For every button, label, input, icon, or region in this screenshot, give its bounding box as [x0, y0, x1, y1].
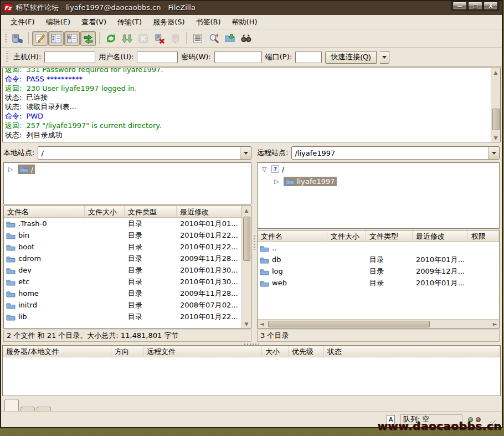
column-header[interactable]: 最近修改 [413, 230, 468, 242]
expand-icon[interactable]: ▷ [274, 178, 281, 185]
minimize-button[interactable]: — [452, 2, 467, 10]
scroll-down-icon[interactable]: ▼ [243, 320, 251, 328]
quickconnect-grip[interactable] [6, 52, 8, 63]
remote-tree-root-node[interactable]: ▽ ? / [258, 163, 499, 175]
host-input[interactable] [44, 51, 95, 63]
file-row[interactable]: boot 目录 2010年01月22... [4, 241, 241, 253]
menu-item[interactable]: 服务器(S) [148, 16, 189, 29]
file-row[interactable]: db 目录 2010年01月... [258, 254, 499, 265]
process-queue-button[interactable] [119, 31, 135, 46]
directory-listing-filter-button[interactable] [222, 31, 238, 46]
remote-list-hscrollbar[interactable]: ◄ ► [258, 319, 499, 328]
remote-path-combobox[interactable]: /liyafe1997 [291, 146, 500, 160]
combo-arrow-button[interactable] [488, 147, 499, 159]
site-manager-button[interactable] [9, 31, 25, 46]
local-list-scrollbar[interactable]: ▲ ▼ [241, 206, 251, 328]
file-row[interactable]: log 目录 2009年12月... [258, 265, 499, 277]
toolbar-grip[interactable] [5, 33, 7, 44]
queue-toggle-button[interactable] [80, 31, 96, 46]
port-input[interactable] [295, 51, 322, 63]
file-row[interactable]: .Trash-0 目录 2010年01月01... [4, 218, 241, 229]
queue-body[interactable] [3, 357, 500, 396]
title-bar[interactable]: Fz 稻草软件论坛 - liyafe1997@daocaobbs.cn - Fi… [1, 1, 502, 15]
menu-item[interactable]: 文件(F) [6, 16, 40, 29]
remote-tree-toggle-button[interactable] [64, 31, 80, 46]
expand-icon[interactable]: ▷ [8, 166, 15, 173]
queue-tab[interactable] [37, 407, 51, 411]
chevron-down-icon [492, 152, 496, 155]
scroll-left-icon[interactable]: ◄ [258, 320, 266, 328]
scroll-up-icon[interactable]: ▲ [492, 68, 500, 76]
filezilla-window: Fz 稻草软件论坛 - liyafe1997@daocaobbs.cn - Fi… [0, 0, 503, 428]
column-header[interactable]: 文件类型 [125, 206, 177, 217]
local-tree-root-node[interactable]: ▷ / [4, 163, 251, 175]
file-row[interactable]: etc 目录 2010年01月30... [4, 276, 241, 288]
column-header[interactable]: 文件大小 [85, 206, 125, 217]
scroll-thumb[interactable] [492, 109, 500, 130]
reconnect-button[interactable] [167, 31, 183, 46]
message-log-toggle-button[interactable] [32, 31, 48, 46]
column-header[interactable]: 优先级 [289, 346, 324, 357]
close-button[interactable]: X [484, 2, 498, 10]
remote-tree[interactable]: ▽ ? / ▷ liyafe1997 [257, 162, 500, 229]
file-row[interactable]: bin 目录 2010年01月22... [4, 229, 241, 241]
menu-item[interactable]: 帮助(H) [227, 16, 263, 29]
collapse-icon[interactable]: ▽ [262, 166, 269, 173]
column-header[interactable]: 文件大小 [327, 230, 366, 242]
local-tree-toggle-button[interactable] [48, 31, 64, 46]
log-scrollbar[interactable]: ▲ ▼ [491, 68, 500, 142]
quickconnect-dropdown-button[interactable] [380, 51, 389, 64]
column-header[interactable]: 状态 [324, 346, 500, 357]
file-row[interactable]: cdrom 目录 2009年11月28... [4, 253, 241, 264]
menu-item[interactable]: 传输(T) [112, 16, 147, 29]
quickconnect-button[interactable]: 快速连接(Q) [325, 51, 377, 64]
file-row[interactable]: lib 目录 2010年01月22... [4, 311, 241, 322]
scroll-down-icon[interactable]: ▼ [492, 134, 500, 142]
remote-list-rows[interactable]: .. db 目录 2010年01月... [258, 242, 499, 319]
file-search-button[interactable] [238, 31, 254, 46]
column-header[interactable]: 权限 [468, 230, 499, 242]
queue-tab[interactable] [20, 407, 35, 411]
password-input[interactable] [214, 51, 262, 63]
column-header[interactable]: 最近修改 [177, 206, 241, 217]
scroll-right-icon[interactable]: ► [491, 320, 499, 328]
folder-icon [260, 279, 269, 287]
folder-icon [6, 243, 16, 251]
scroll-thumb[interactable] [268, 321, 430, 327]
local-path-combobox[interactable]: / [38, 146, 251, 160]
file-row[interactable]: home 目录 2009年11月28... [4, 288, 241, 299]
local-list-rows[interactable]: .Trash-0 目录 2010年01月01... bin 目录 2010年01… [4, 218, 241, 328]
maximize-button[interactable]: □ [468, 2, 482, 10]
remote-tree-child-node[interactable]: ▷ liyafe1997 [258, 175, 499, 187]
reconnect-icon [169, 33, 181, 44]
message-log-lines[interactable]: 返回:331 Password required for liyafe1997.… [3, 68, 491, 142]
file-row[interactable]: dev 目录 2010年01月30... [4, 264, 241, 276]
window-controls: — □ X [451, 1, 500, 11]
column-header[interactable]: 远程文件 [143, 346, 262, 357]
scroll-thumb[interactable] [243, 217, 250, 261]
column-header[interactable]: 文件名 [4, 206, 85, 217]
file-type: 目录 [125, 230, 177, 240]
cancel-button[interactable] [135, 31, 151, 46]
disconnect-icon [153, 33, 165, 44]
disconnect-button[interactable] [151, 31, 167, 46]
column-header[interactable]: 大小 [262, 346, 289, 357]
local-tree[interactable]: ▷ / [3, 162, 251, 204]
scroll-up-icon[interactable]: ▲ [243, 206, 251, 214]
combo-arrow-button[interactable] [240, 147, 251, 159]
column-header[interactable]: 服务器/本地文件 [3, 346, 111, 357]
file-row[interactable]: web 目录 2010年01月... [258, 277, 499, 289]
menu-item[interactable]: 书签(B) [191, 16, 226, 29]
column-header[interactable]: 方向 [111, 346, 143, 357]
directory-comparison-button[interactable] [190, 31, 205, 46]
file-row[interactable]: .. [258, 242, 499, 254]
queue-tab[interactable] [4, 399, 19, 411]
synchronized-browsing-button[interactable] [206, 31, 222, 46]
column-header[interactable]: 文件类型 [366, 230, 413, 242]
refresh-button[interactable] [103, 31, 119, 46]
column-header[interactable]: 文件名 [258, 230, 327, 242]
menu-item[interactable]: 编辑(E) [41, 16, 75, 29]
file-row[interactable]: initrd 目录 2008年07月02... [4, 299, 241, 311]
username-input[interactable] [137, 51, 178, 63]
menu-item[interactable]: 查看(V) [76, 16, 111, 29]
